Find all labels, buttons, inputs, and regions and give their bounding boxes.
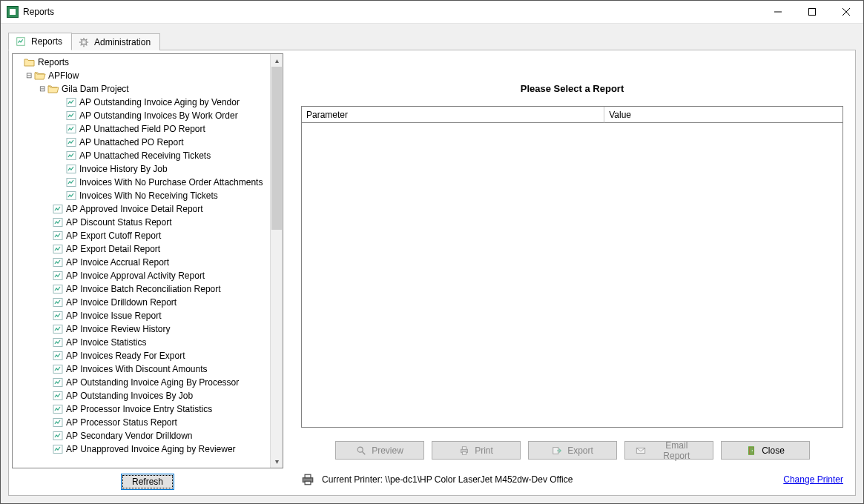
scroll-up-arrow[interactable]: ▴ [271, 54, 283, 67]
report-icon [65, 163, 77, 175]
administration-tab-icon [78, 36, 90, 48]
tree-report-item[interactable]: AP Unattached PO Report [14, 136, 270, 149]
report-icon [52, 243, 64, 255]
tree-scrollbar[interactable]: ▴ ▾ [270, 54, 283, 468]
maximize-button[interactable] [795, 1, 829, 23]
tree-report-item[interactable]: AP Processor Status Report [14, 416, 270, 429]
button-label: Email Report [651, 440, 702, 461]
tree-report-item[interactable]: AP Outstanding Invoices By Work Order [14, 109, 270, 122]
tree-report-item[interactable]: AP Invoice Issue Report [14, 309, 270, 322]
svg-line-14 [86, 39, 87, 40]
report-icon [52, 363, 64, 375]
tab-administration[interactable]: Administration [71, 33, 160, 50]
column-parameter[interactable]: Parameter [302, 107, 604, 123]
tree-report-item[interactable]: AP Unattached Field PO Report [14, 122, 270, 136]
tree-report-item[interactable]: AP Invoice Review History [14, 322, 270, 336]
left-panel: Reports⊟APFlow⊟Gila Dam ProjectAP Outsta… [9, 50, 283, 495]
scroll-down-arrow[interactable]: ▾ [271, 455, 283, 468]
tree-report-item[interactable]: AP Invoices With Discount Amounts [14, 362, 270, 376]
tree-report-item[interactable]: AP Invoice Drilldown Report [14, 296, 270, 309]
tree-report-item[interactable]: AP Invoice Statistics [14, 336, 270, 349]
tree-node-label: AP Approved Invoice Detail Report [66, 202, 203, 216]
scroll-thumb[interactable] [271, 67, 282, 230]
tree-report-item[interactable]: AP Invoices Ready For Export [14, 349, 270, 362]
tree-node-label: Reports [38, 56, 69, 69]
svg-line-43 [362, 451, 365, 454]
door-icon [745, 445, 757, 457]
report-icon [65, 190, 77, 202]
tree-report-item[interactable]: AP Outstanding Invoice Aging by Vendor [14, 96, 270, 109]
tree-node-label: AP Invoice Batch Reconciliation Report [66, 282, 221, 296]
footer-row: Current Printer: \\pe-dc1\HP Color Laser… [301, 462, 843, 489]
tree-node-label: AP Unattached PO Report [79, 136, 184, 149]
tab-label: Administration [94, 37, 151, 47]
tab-reports[interactable]: Reports [8, 33, 72, 50]
tree-node-label: AP Outstanding Invoice Aging By Processo… [66, 376, 239, 389]
report-icon [52, 203, 64, 215]
email-report-button[interactable]: Email Report [624, 441, 713, 460]
report-icon [52, 283, 64, 295]
tree-node-label: AP Unattached Receiving Tickets [79, 149, 211, 162]
report-icon [52, 336, 64, 348]
minimize-button[interactable] [761, 1, 795, 23]
tree-report-item[interactable]: AP Outstanding Invoices By Job [14, 389, 270, 402]
tree-node-label: Invoice History By Job [79, 162, 168, 176]
tree-expander[interactable]: ⊟ [24, 69, 33, 82]
tree-expander[interactable]: ⊟ [38, 82, 47, 96]
tree-node-label: Invoices With No Purchase Order Attachme… [79, 176, 263, 189]
tree-report-item[interactable]: AP Export Detail Report [14, 242, 270, 256]
close-button[interactable]: Close [721, 441, 810, 460]
body-area: Reports Administration Reports⊟APFlow⊟Gi… [1, 24, 863, 503]
report-icon [65, 96, 77, 108]
print-button[interactable]: Print [432, 441, 521, 460]
tree-report-item[interactable]: AP Invoice Approval Activity Report [14, 269, 270, 282]
action-row: Preview Print Export [301, 428, 843, 462]
reports-tab-icon [15, 36, 27, 47]
export-button[interactable]: Export [528, 441, 617, 460]
tree-node-label: AP Secondary Vendor Drilldown [66, 429, 193, 442]
tree-node-label: AP Outstanding Invoice Aging by Vendor [79, 96, 240, 109]
svg-point-6 [82, 41, 85, 43]
tree-report-item[interactable]: Invoice History By Job [14, 162, 270, 176]
tree-report-item[interactable]: Invoices With No Purchase Order Attachme… [14, 176, 270, 189]
svg-rect-4 [17, 38, 25, 46]
tree-report-item[interactable]: AP Processor Invoice Entry Statistics [14, 402, 270, 416]
report-tree[interactable]: Reports⊟APFlow⊟Gila Dam ProjectAP Outsta… [13, 54, 270, 468]
svg-rect-46 [463, 451, 466, 454]
tree-node-label: AP Invoices Ready For Export [66, 349, 185, 362]
tree-report-item[interactable]: AP Unapproved Invoice Aging by Reviewer [14, 442, 270, 456]
tree-folder-apflow[interactable]: ⊟APFlow [14, 69, 270, 82]
tree-report-item[interactable]: AP Discount Status Report [14, 216, 270, 229]
tree-report-item[interactable]: AP Invoice Batch Reconciliation Report [14, 282, 270, 296]
tree-root[interactable]: Reports [14, 56, 270, 69]
tab-label: Reports [31, 36, 62, 47]
button-label: Close [762, 445, 785, 456]
tree-report-item[interactable]: AP Unattached Receiving Tickets [14, 149, 270, 162]
tree-node-label: AP Invoice Accrual Report [66, 256, 169, 269]
preview-button[interactable]: Preview [335, 441, 424, 460]
folder-open-icon [34, 70, 46, 82]
svg-line-12 [86, 44, 87, 45]
change-printer-link[interactable]: Change Printer [783, 474, 843, 485]
envelope-icon [636, 445, 647, 457]
tree-report-item[interactable]: AP Export Cutoff Report [14, 229, 270, 242]
tree-report-item[interactable]: AP Approved Invoice Detail Report [14, 202, 270, 216]
tree-folder-project[interactable]: ⊟Gila Dam Project [14, 82, 270, 96]
svg-point-42 [357, 447, 363, 452]
tree-node-label: AP Export Cutoff Report [66, 229, 161, 242]
tree-report-item[interactable]: Invoices With No Receiving Tickets [14, 189, 270, 202]
printer-status-icon [301, 473, 314, 486]
printer-icon [458, 445, 470, 457]
current-printer-label: Current Printer: \\pe-dc1\HP Color Laser… [322, 474, 573, 485]
tree-report-item[interactable]: AP Secondary Vendor Drilldown [14, 429, 270, 442]
tree-node-label: AP Unattached Field PO Report [79, 122, 205, 136]
refresh-button[interactable]: Refresh [121, 474, 174, 490]
column-value[interactable]: Value [604, 107, 842, 123]
close-window-button[interactable] [829, 1, 863, 23]
tree-report-item[interactable]: AP Invoice Accrual Report [14, 256, 270, 269]
report-icon [52, 230, 64, 242]
tree-report-item[interactable]: AP Outstanding Invoice Aging By Processo… [14, 376, 270, 389]
report-icon [65, 123, 77, 135]
tabbar: Reports Administration [8, 31, 856, 50]
report-prompt: Please Select a Report [301, 56, 843, 106]
